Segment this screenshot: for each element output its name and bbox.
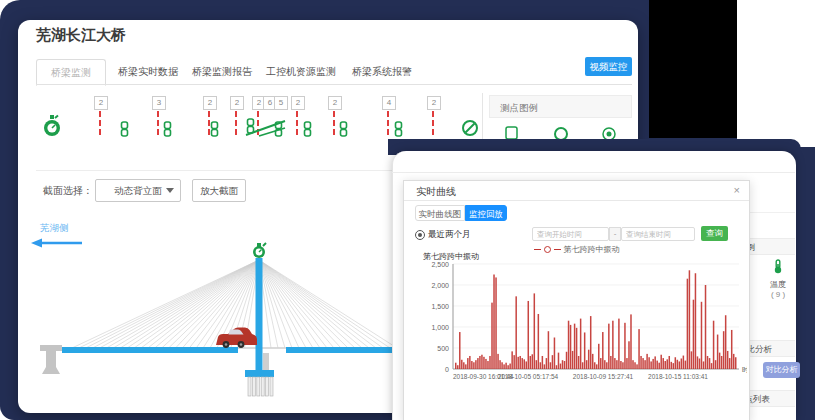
ban-sensor-icon: [461, 119, 479, 137]
sensor-marker-line: [99, 111, 101, 135]
deck-right: [286, 347, 392, 353]
svg-text:500: 500: [437, 345, 449, 352]
temperature-label: 温度: [764, 279, 792, 290]
chain-sensor-icon: [209, 121, 220, 137]
page-title: 芜湖长江大桥: [36, 26, 126, 45]
svg-text:1,500: 1,500: [431, 303, 449, 310]
tab-3[interactable]: 桥梁监测报告: [192, 59, 252, 84]
svg-text:2,000: 2,000: [431, 282, 449, 289]
tab-5[interactable]: 桥梁系统报警: [352, 59, 412, 84]
sensor-marker-line: [387, 111, 389, 135]
dialog-title: 实时曲线: [416, 185, 456, 199]
dialog-header: 实时曲线 ×: [404, 181, 749, 201]
svg-text:时间: 时间: [742, 366, 747, 374]
tab-1[interactable]: 桥梁监测: [36, 59, 106, 86]
temperature-count: ( 9 ): [764, 290, 792, 299]
video-monitor-button[interactable]: 视频监控: [585, 57, 632, 76]
white-backdrop: [737, 0, 815, 147]
sensor-marker-line: [333, 111, 335, 135]
sensor-marker-line: [235, 111, 237, 135]
tower-side-block: [263, 353, 269, 371]
car: [216, 328, 257, 348]
page-divider: [392, 172, 795, 173]
tower-mast: [256, 258, 263, 371]
svg-text:2,500: 2,500: [431, 261, 449, 268]
chain-sensor-icon: [119, 121, 130, 137]
chain-sensor-icon: [338, 121, 349, 137]
tower-piles: [248, 377, 273, 396]
chain-sensor-icon: [393, 121, 404, 137]
tab-2[interactable]: 桥梁实时数据: [118, 59, 178, 84]
svg-text:2018-10-05 05:17:54: 2018-10-05 05:17:54: [498, 373, 559, 380]
sensor-marker-line: [432, 111, 434, 135]
sensor-count-badge: 2: [328, 96, 342, 110]
sensor-count-badge: 2: [291, 96, 305, 110]
svg-text:2018-10-15 11:03:41: 2018-10-15 11:03:41: [648, 373, 708, 380]
clock-sensor-icon: [42, 114, 62, 138]
sensor-count-badge: 2: [230, 96, 244, 110]
legend-item-temperature: 温度 ( 9 ): [764, 259, 792, 299]
bridge-illustration: [18, 210, 394, 410]
close-icon[interactable]: ×: [734, 184, 740, 196]
section-select-value: 动态背立面: [114, 185, 162, 196]
legend-marker-line: [534, 249, 541, 250]
tab-4[interactable]: 工控机资源监测: [266, 59, 336, 84]
query-button[interactable]: 查询: [701, 226, 728, 241]
vibration-chart-svg: 第七跨跨中振动2,5002,0001,5001,00050002018-09-3…: [409, 251, 747, 403]
chain-sensor-icon: [302, 121, 313, 137]
svg-text:0: 0: [445, 366, 449, 373]
sensor-count-badge: 3: [152, 96, 166, 110]
chain-sensor-icon: [162, 121, 173, 137]
tower-cap: [245, 370, 274, 377]
enlarge-section-button[interactable]: 放大截面: [192, 179, 246, 202]
legend-partial-icons: [500, 125, 630, 139]
thermometer-icon: [772, 259, 784, 274]
tab-underline: [36, 84, 632, 85]
query-start-time-input[interactable]: [532, 227, 609, 241]
sensor-count-badge: 5: [274, 96, 288, 110]
tab-realtime-curve[interactable]: 实时曲线图: [415, 205, 465, 221]
section-select-label: 截面选择：: [43, 184, 93, 198]
compare-analysis-button[interactable]: 对比分析: [763, 362, 800, 378]
deck-left: [62, 347, 238, 353]
query-end-time-input[interactable]: [621, 227, 695, 241]
bridge-damage-icon: [245, 118, 290, 138]
date-range-separator: -: [609, 227, 621, 241]
west-arrow-head: [31, 239, 42, 248]
left-pier: [40, 345, 62, 374]
vibration-chart: 第七跨跨中振动2,5002,0001,5001,00050002018-09-3…: [409, 251, 747, 407]
black-backdrop: [649, 0, 737, 138]
legend-marker-line: [554, 249, 561, 250]
last-two-months-label: 最近两个月: [428, 229, 471, 241]
sensor-count-badge: 4: [382, 96, 396, 110]
last-two-months-radio[interactable]: [415, 230, 425, 240]
sensor-marker-line: [296, 111, 298, 135]
tab-monitor-playback[interactable]: 监控回放: [465, 205, 507, 221]
svg-text:2018-10-09 15:27:41: 2018-10-09 15:27:41: [573, 373, 634, 380]
sensor-count-badge: 2: [203, 96, 217, 110]
sensor-count-badge: 2: [94, 96, 108, 110]
sensor-marker-line: [157, 111, 159, 135]
sensor-count-badge: 2: [427, 96, 441, 110]
chevron-down-icon: [166, 188, 174, 193]
legend-panel-header: 测点图例: [489, 95, 632, 118]
section-select-dropdown[interactable]: 动态背立面: [95, 179, 181, 202]
tower-clock-icon: [253, 243, 266, 258]
svg-text:1,000: 1,000: [431, 324, 449, 331]
panel-divider: [482, 93, 483, 139]
realtime-curve-dialog: 实时曲线 × 实时曲线图 监控回放 最近两个月 - 查询 第七跨跨中振动 第七跨…: [403, 180, 750, 420]
